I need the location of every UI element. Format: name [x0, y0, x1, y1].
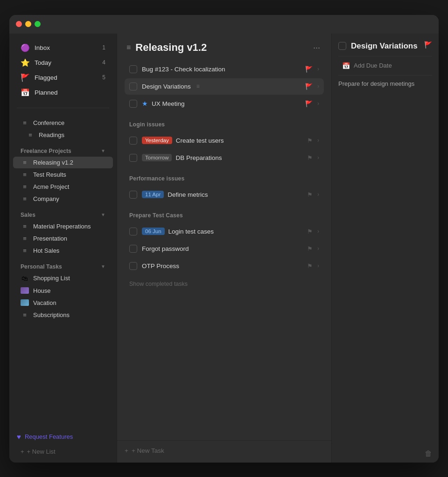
- flag-icon-inactive: ⚑: [307, 137, 313, 144]
- delete-icon[interactable]: 🗑: [425, 449, 432, 458]
- sidebar-item-label: Readings: [39, 131, 64, 138]
- flag-icon-inactive: ⚑: [307, 191, 313, 198]
- sidebar-item-label: Subscriptions: [33, 311, 70, 318]
- group-label: Login issues: [125, 119, 324, 131]
- close-button[interactable]: [16, 21, 22, 27]
- task-checkbox[interactable]: [129, 262, 137, 270]
- task-item[interactable]: Tomorrow DB Preparations ⚑ ›: [125, 150, 324, 166]
- new-list-button[interactable]: + + New List: [13, 445, 113, 458]
- task-item[interactable]: 06 Jun Login test cases ⚑ ›: [125, 223, 324, 240]
- inbox-badge: 1: [102, 44, 105, 51]
- task-checkbox[interactable]: [129, 65, 137, 73]
- list-icon: ≡: [21, 195, 29, 202]
- list-icon: ≡: [21, 159, 29, 166]
- sidebar-item-house[interactable]: House: [13, 285, 113, 297]
- task-checkbox[interactable]: [129, 245, 137, 253]
- task-item[interactable]: OTP Process ⚑ ›: [125, 258, 324, 274]
- chevron-right-icon: ›: [317, 66, 319, 72]
- personal-section-title: Personal Tasks: [21, 263, 101, 270]
- sidebar-item-label: Acme Project: [33, 183, 69, 190]
- sidebar-item-label: House: [33, 287, 51, 294]
- personal-section-header[interactable]: Personal Tasks ▼: [13, 262, 113, 272]
- sidebar-item-shopping[interactable]: 🛍 Shopping List: [13, 272, 113, 284]
- today-badge: 4: [102, 59, 105, 66]
- traffic-lights: [16, 21, 41, 27]
- task-checkbox[interactable]: [129, 83, 137, 90]
- request-features-label: Request Features: [25, 433, 73, 440]
- detail-footer: 🗑: [332, 445, 439, 463]
- task-item[interactable]: Design Variations ≡ 🚩 ›: [125, 78, 324, 95]
- detail-divider: [338, 56, 432, 56]
- sidebar-item-flagged[interactable]: 🚩 Flagged 5: [13, 70, 113, 85]
- sales-section-title: Sales: [21, 212, 101, 218]
- sidebar-item-company[interactable]: ≡ Company: [13, 193, 113, 205]
- task-item[interactable]: Bug #123 - Check localization 🚩 ›: [125, 61, 324, 77]
- sidebar-item-hot-sales[interactable]: ≡ Hot Sales: [13, 245, 113, 256]
- sidebar-nav: 🟣 Inbox 1 ⭐ Today 4 🚩 Flagged 5 📅 Planne…: [9, 38, 117, 104]
- task-item[interactable]: Forgot password ⚑ ›: [125, 241, 324, 257]
- detail-due-date[interactable]: 📅 Add Due Date: [336, 57, 435, 74]
- flag-icon-inactive: ⚑: [307, 263, 313, 270]
- task-item[interactable]: 11 Apr Define metrics ⚑ ›: [125, 187, 324, 203]
- maximize-button[interactable]: [35, 21, 41, 27]
- list-icon: ≡: [21, 311, 29, 318]
- sidebar-item-material[interactable]: ≡ Material Preperations: [13, 221, 113, 232]
- sidebar-section-freelance: Freelance Projects ▼ ≡ Releasing v1.2 ≡ …: [9, 146, 117, 205]
- calendar-icon: 📅: [342, 62, 350, 69]
- detail-task-checkbox[interactable]: [338, 42, 346, 50]
- sidebar-item-label: Conference: [33, 119, 64, 126]
- app-body: 🟣 Inbox 1 ⭐ Today 4 🚩 Flagged 5 📅 Planne…: [9, 34, 439, 463]
- task-checkbox[interactable]: [129, 100, 137, 108]
- sidebar-item-vacation[interactable]: Vacation: [13, 297, 113, 309]
- main-panel: ≡ Releasing v1.2 ··· Bug #123 - Check lo…: [117, 34, 331, 463]
- task-checkbox[interactable]: [129, 191, 137, 199]
- sidebar-item-inbox[interactable]: 🟣 Inbox 1: [13, 41, 113, 55]
- list-icon: ≡: [21, 183, 29, 190]
- chevron-right-icon: ›: [317, 263, 319, 269]
- sidebar-section-conference: ≡ Conference ≡ Readings: [9, 117, 117, 141]
- task-item[interactable]: ★ UX Meeting 🚩 ›: [125, 96, 324, 112]
- sidebar-divider: [17, 108, 109, 108]
- request-features-button[interactable]: ♥ Request Features: [13, 430, 113, 443]
- sidebar-item-label: Planned: [35, 89, 105, 96]
- flag-icon: 🚩: [305, 100, 313, 107]
- sidebar-section-sales: Sales ▼ ≡ Material Preperations ≡ Presen…: [9, 210, 117, 257]
- detail-flag-icon[interactable]: 🚩: [424, 41, 432, 48]
- sidebar-item-acme[interactable]: ≡ Acme Project: [13, 181, 113, 193]
- freelance-section-header[interactable]: Freelance Projects ▼: [13, 146, 113, 156]
- new-task-button[interactable]: + + New Task: [125, 445, 324, 456]
- star-icon: ★: [142, 100, 148, 107]
- task-checkbox[interactable]: [129, 228, 137, 235]
- task-label: Yesterday Create test users: [142, 137, 302, 144]
- sidebar-item-subscriptions[interactable]: ≡ Subscriptions: [13, 309, 113, 321]
- flagged-badge: 5: [102, 74, 105, 81]
- detail-notes[interactable]: Prepare for design meetings: [332, 76, 439, 92]
- task-item[interactable]: Yesterday Create test users ⚑ ›: [125, 132, 324, 149]
- app-window: 🟣 Inbox 1 ⭐ Today 4 🚩 Flagged 5 📅 Planne…: [9, 15, 439, 463]
- sidebar-item-planned[interactable]: 📅 Planned: [13, 85, 113, 100]
- sales-section-header[interactable]: Sales ▼: [13, 210, 113, 220]
- sidebar-item-releasing[interactable]: ≡ Releasing v1.2: [13, 157, 113, 168]
- sidebar-item-conference[interactable]: ≡ Conference: [13, 117, 113, 129]
- minimize-button[interactable]: [25, 21, 31, 27]
- sidebar-item-test-results[interactable]: ≡ Test Results: [13, 169, 113, 180]
- task-checkbox[interactable]: [129, 154, 137, 162]
- today-icon: ⭐: [21, 58, 30, 67]
- list-icon: ≡: [21, 223, 29, 230]
- chevron-right-icon: ›: [317, 154, 319, 161]
- sidebar-item-presentation[interactable]: ≡ Presentation: [13, 233, 113, 244]
- task-label: Tomorrow DB Preparations: [142, 154, 302, 161]
- more-options-button[interactable]: ···: [311, 41, 322, 55]
- flag-icon-inactive: ⚑: [307, 245, 313, 252]
- flag-icon-inactive: ⚑: [307, 228, 313, 235]
- date-badge: 11 Apr: [142, 191, 164, 198]
- flag-icon: 🚩: [305, 66, 313, 73]
- list-icon: ≡: [126, 43, 131, 52]
- task-checkbox[interactable]: [129, 137, 137, 145]
- sidebar-item-today[interactable]: ⭐ Today 4: [13, 55, 113, 70]
- show-completed-button[interactable]: Show completed tasks: [125, 276, 324, 295]
- date-badge: Tomorrow: [142, 154, 172, 161]
- sidebar-item-readings[interactable]: ≡ Readings: [13, 129, 113, 141]
- task-label: Design Variations ≡: [142, 83, 301, 90]
- list-icon: ≡: [21, 247, 29, 254]
